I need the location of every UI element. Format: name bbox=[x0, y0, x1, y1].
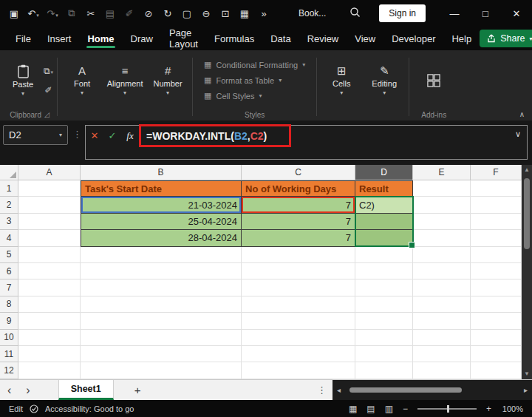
cell-E8[interactable] bbox=[413, 296, 471, 313]
cell-C7[interactable] bbox=[242, 279, 355, 296]
table-icon[interactable]: ▦ bbox=[235, 8, 254, 19]
column-header-E[interactable]: E bbox=[413, 165, 471, 180]
zoom-in-button[interactable]: + bbox=[486, 404, 491, 414]
cell-E12[interactable] bbox=[413, 362, 471, 379]
cell-C11[interactable] bbox=[242, 346, 355, 362]
cell-F10[interactable] bbox=[471, 330, 522, 346]
sheet-tab-sheet1[interactable]: Sheet1 bbox=[58, 380, 114, 400]
cell-C9[interactable] bbox=[242, 313, 355, 329]
zoom-out-button[interactable]: − bbox=[403, 404, 408, 414]
refresh-icon[interactable]: ↻ bbox=[158, 8, 177, 19]
menu-tab-review[interactable]: Review bbox=[299, 27, 347, 50]
name-box[interactable]: D2 ▾ bbox=[3, 125, 68, 145]
cell-F6[interactable] bbox=[471, 263, 522, 279]
cell-D5[interactable] bbox=[355, 247, 413, 263]
horizontal-scroll-thumb[interactable] bbox=[349, 387, 462, 393]
cell-D10[interactable] bbox=[355, 330, 413, 346]
hscroll-left-arrow[interactable]: ◂ bbox=[337, 386, 341, 394]
ribbon-cell-styles-button[interactable]: ▦Cell Styles▾ bbox=[204, 91, 262, 101]
cell-B11[interactable] bbox=[81, 346, 242, 362]
row-header-10[interactable]: 10 bbox=[0, 330, 18, 346]
cell-C3[interactable]: 7 bbox=[242, 214, 355, 230]
formula-bar-handle[interactable]: ⋮ bbox=[68, 125, 85, 140]
cell-E2[interactable] bbox=[413, 197, 471, 213]
cell-E5[interactable] bbox=[413, 247, 471, 263]
cell-D2[interactable]: C2) bbox=[355, 197, 413, 213]
column-header-A[interactable]: A bbox=[18, 165, 81, 180]
menu-tab-home[interactable]: Home bbox=[79, 27, 122, 50]
cell-D3[interactable] bbox=[355, 214, 413, 230]
add-sheet-button[interactable]: + bbox=[134, 384, 141, 396]
ribbon-font-button[interactable]: AFont▾ bbox=[61, 64, 103, 96]
cell-E7[interactable] bbox=[413, 279, 471, 296]
cell-A12[interactable] bbox=[18, 362, 81, 379]
ribbon-editing-button[interactable]: ✎Editing▾ bbox=[364, 64, 405, 96]
enter-button[interactable]: ✓ bbox=[103, 126, 121, 146]
cell-D1[interactable]: Result bbox=[355, 180, 413, 197]
cell-B7[interactable] bbox=[81, 279, 242, 296]
sheet-nav-left-arrow[interactable]: ‹ bbox=[0, 382, 18, 399]
cell-E10[interactable] bbox=[413, 330, 471, 346]
cancel-button[interactable]: ✕ bbox=[86, 126, 103, 146]
paste-button[interactable]: Paste ▾ bbox=[6, 64, 40, 97]
cell-B2[interactable]: 21-03-2024 bbox=[81, 197, 242, 213]
cell-D4[interactable] bbox=[355, 230, 413, 246]
formula-input[interactable]: =WORKDAY.INTL(B2,C2) bbox=[146, 126, 267, 146]
row-header-6[interactable]: 6 bbox=[0, 263, 18, 279]
column-header-F[interactable]: F bbox=[471, 165, 522, 180]
minimize-button[interactable]: — bbox=[439, 0, 470, 27]
undo-icon[interactable]: ↶▾ bbox=[24, 8, 43, 19]
cell-F5[interactable] bbox=[471, 247, 522, 263]
row-header-5[interactable]: 5 bbox=[0, 247, 18, 263]
cell-F9[interactable] bbox=[471, 313, 522, 329]
paste-options-button[interactable]: ⧉▾ bbox=[44, 66, 53, 76]
cell-B6[interactable] bbox=[81, 263, 242, 279]
cell-D7[interactable] bbox=[355, 279, 413, 296]
cell-E4[interactable] bbox=[413, 230, 471, 246]
column-header-C[interactable]: C bbox=[242, 165, 355, 180]
scroll-up-arrow[interactable]: ▲ bbox=[524, 165, 530, 175]
cell-B1[interactable]: Task's Start Date bbox=[81, 180, 242, 197]
more-commands-icon[interactable]: » bbox=[254, 8, 273, 19]
ribbon-collapse-chevron[interactable]: ∧ bbox=[519, 110, 525, 118]
cell-A3[interactable] bbox=[18, 214, 81, 230]
cell-F2[interactable] bbox=[471, 197, 522, 213]
row-header-3[interactable]: 3 bbox=[0, 214, 18, 230]
ribbon-number-button[interactable]: #Number▾ bbox=[147, 64, 188, 96]
ribbon-format-as-table-button[interactable]: ▦Format as Table▾ bbox=[204, 75, 282, 85]
cell-B10[interactable] bbox=[81, 330, 242, 346]
cut-icon[interactable]: ✂ bbox=[81, 8, 100, 19]
cell-A2[interactable] bbox=[18, 197, 81, 213]
sheet-options-handle[interactable]: ⋮ bbox=[311, 384, 332, 396]
menu-tab-formulas[interactable]: Formulas bbox=[206, 27, 262, 50]
vertical-scrollbar[interactable]: ▲ ▼ bbox=[522, 165, 532, 379]
cell-C5[interactable] bbox=[242, 247, 355, 263]
zoom-level[interactable]: 100% bbox=[501, 404, 523, 413]
cell-C12[interactable] bbox=[242, 362, 355, 379]
cell-F7[interactable] bbox=[471, 279, 522, 296]
menu-tab-help[interactable]: Help bbox=[443, 27, 480, 50]
cell-D6[interactable] bbox=[355, 263, 413, 279]
zoom-slider[interactable] bbox=[417, 408, 477, 410]
cell-B3[interactable]: 25-04-2024 bbox=[81, 214, 242, 230]
cell-D11[interactable] bbox=[355, 346, 413, 362]
cell-F3[interactable] bbox=[471, 214, 522, 230]
cell-B12[interactable] bbox=[81, 362, 242, 379]
cell-F8[interactable] bbox=[471, 296, 522, 313]
remove-icon[interactable]: ⊖ bbox=[197, 8, 216, 19]
camera-icon[interactable]: ⊡ bbox=[216, 8, 235, 19]
accessibility-status[interactable]: Accessibility: Good to go bbox=[45, 404, 134, 413]
cell-C6[interactable] bbox=[242, 263, 355, 279]
cell-A8[interactable] bbox=[18, 296, 81, 313]
horizontal-scrollbar[interactable] bbox=[344, 380, 520, 400]
cell-D12[interactable] bbox=[355, 362, 413, 379]
cell-C2[interactable]: 7 bbox=[242, 197, 355, 213]
sign-in-button[interactable]: Sign in bbox=[379, 4, 426, 22]
row-header-2[interactable]: 2 bbox=[0, 197, 18, 213]
cell-B4[interactable]: 28-04-2024 bbox=[81, 230, 242, 246]
cell-E11[interactable] bbox=[413, 346, 471, 362]
close-button[interactable]: ✕ bbox=[501, 0, 532, 27]
addins-button[interactable] bbox=[413, 74, 454, 87]
cell-B9[interactable] bbox=[81, 313, 242, 329]
paste-icon[interactable]: ▤ bbox=[100, 8, 120, 19]
